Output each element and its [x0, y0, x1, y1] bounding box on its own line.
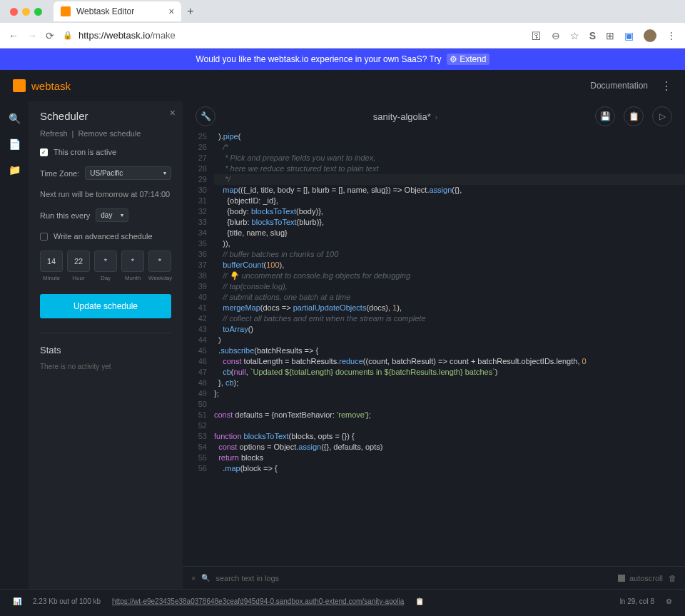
tab-bar: Webtask Editor × +	[0, 0, 685, 23]
size-text: 2.23 Kb out of 100 kb	[33, 597, 101, 605]
browser-chrome: Webtask Editor × + ← → ⟳ 🔒 https://webta…	[0, 0, 685, 49]
file-title[interactable]: sanity-algolia*›	[224, 111, 587, 122]
url-host: https://webtask.io	[78, 30, 150, 41]
close-window[interactable]	[10, 8, 18, 16]
refresh-link[interactable]: Refresh	[40, 129, 68, 138]
browser-tab[interactable]: Webtask Editor ×	[54, 1, 181, 21]
active-checkbox[interactable]: ✓	[40, 148, 48, 156]
advanced-label: Write an advanced schedule	[54, 232, 153, 241]
cron-month[interactable]: *	[121, 251, 144, 272]
tz-label: Time Zone:	[40, 169, 79, 178]
add-file-icon[interactable]: 📄	[9, 138, 21, 150]
tab-title: Webtask Editor	[76, 6, 134, 16]
active-label: This cron is active	[54, 148, 116, 156]
stats-header: Stats	[40, 333, 171, 355]
webtask-url[interactable]: https://wt-e9e23435e38a0378648e3ceafd945…	[112, 597, 404, 605]
logo-icon	[13, 79, 26, 92]
promo-banner: Would you like the webtask.io experience…	[0, 49, 685, 70]
url-field[interactable]: 🔒 https://webtask.io/make	[63, 30, 523, 41]
log-bar: × 🔍 search text in logs autoscroll 🗑	[183, 566, 685, 589]
profile-avatar[interactable]	[644, 29, 656, 42]
cron-labels: Minute Hour Day Month Weekday	[40, 275, 171, 281]
ext-grid-icon[interactable]: ⊞	[606, 30, 614, 41]
zoom-icon[interactable]: ⊖	[552, 30, 560, 41]
star-icon[interactable]: ☆	[570, 30, 579, 41]
address-bar: ← → ⟳ 🔒 https://webtask.io/make ⚿ ⊖ ☆ S …	[0, 23, 685, 49]
reload-button[interactable]: ⟳	[46, 30, 54, 41]
logo[interactable]: webtask	[13, 79, 71, 92]
logo-text: webtask	[31, 80, 71, 92]
cron-day[interactable]: *	[94, 251, 117, 272]
maximize-window[interactable]	[34, 8, 42, 16]
cursor-position: ln 29, col 8	[620, 597, 654, 605]
window-controls	[10, 8, 42, 16]
cron-hour[interactable]: 22	[67, 251, 90, 272]
ext-box-icon[interactable]: ▣	[624, 30, 634, 41]
new-tab-button[interactable]: +	[187, 5, 193, 18]
editor-pane: 🔧 sanity-algolia*› 💾 📋 ▷ 252627282930313…	[183, 101, 685, 589]
code-editor[interactable]: 2526272829303132333435363738394041424344…	[183, 131, 685, 566]
scheduler-panel: × Scheduler Refresh | Remove schedule ✓ …	[29, 101, 183, 589]
settings-button[interactable]: 🔧	[196, 106, 215, 126]
key-icon[interactable]: ⚿	[532, 30, 542, 41]
close-icon[interactable]: ×	[170, 107, 176, 118]
checkbox-icon	[618, 575, 625, 582]
forward-button[interactable]: →	[27, 30, 37, 41]
chevron-down-icon: ▾	[163, 170, 166, 176]
overflow-menu-icon[interactable]: ⋮	[666, 30, 676, 41]
every-label: Run this every	[40, 211, 90, 220]
tz-select[interactable]: US/Pacific ▾	[85, 166, 171, 180]
advanced-checkbox[interactable]	[40, 233, 48, 241]
copy-icon[interactable]: 📋	[415, 597, 424, 605]
search-icon[interactable]: 🔍	[9, 113, 21, 124]
cron-minute[interactable]: 14	[40, 251, 63, 272]
folder-icon[interactable]: 📁	[9, 164, 21, 176]
gear-icon[interactable]: ⚙	[666, 597, 672, 605]
main-area: 🔍 📄 📁 × Scheduler Refresh | Remove sched…	[0, 101, 685, 589]
app-menu-icon[interactable]: ⋮	[661, 79, 672, 93]
documentation-link[interactable]: Documentation	[590, 81, 648, 91]
autoscroll-toggle[interactable]: autoscroll	[618, 574, 663, 582]
cron-inputs: 14 22 * * *	[40, 251, 171, 272]
lock-icon: 🔒	[63, 31, 73, 40]
close-logs-icon[interactable]: ×	[191, 574, 196, 582]
stats-body: There is no activity yet	[40, 363, 171, 370]
ext-s-icon[interactable]: S	[589, 30, 596, 41]
chevron-right-icon: ›	[435, 113, 437, 121]
cron-weekday[interactable]: *	[148, 251, 171, 272]
size-meter-icon: 📊	[13, 597, 21, 605]
every-select[interactable]: day ▾	[96, 208, 128, 222]
editor-header: 🔧 sanity-algolia*› 💾 📋 ▷	[183, 101, 685, 131]
trash-icon[interactable]: 🗑	[669, 574, 676, 582]
minimize-window[interactable]	[22, 8, 30, 16]
url-path: /make	[150, 30, 175, 41]
save-button[interactable]: 💾	[595, 106, 615, 126]
next-run-text: Next run will be tomorrow at 07:14:00	[40, 190, 171, 198]
status-bar: 📊 2.23 Kb out of 100 kb https://wt-e9e23…	[0, 589, 685, 613]
banner-text: Would you like the webtask.io experience…	[196, 54, 441, 64]
search-icon: 🔍	[201, 574, 210, 582]
update-schedule-button[interactable]: Update schedule	[40, 294, 171, 318]
panel-title: Scheduler	[40, 110, 171, 122]
chevron-down-icon: ▾	[121, 212, 123, 218]
remove-schedule-link[interactable]: Remove schedule	[78, 129, 141, 138]
favicon	[61, 6, 71, 16]
app-header: webtask Documentation ⋮	[0, 70, 685, 101]
activity-bar: 🔍 📄 📁	[0, 101, 29, 589]
logs-button[interactable]: 📋	[624, 106, 644, 126]
extend-link[interactable]: ⚙ Extend	[447, 54, 489, 65]
log-search-input[interactable]: search text in logs	[215, 574, 612, 582]
run-button[interactable]: ▷	[652, 106, 672, 126]
tab-close-icon[interactable]: ×	[168, 6, 174, 17]
toolbar-icons: ⚿ ⊖ ☆ S ⊞ ▣ ⋮	[532, 29, 676, 42]
back-button[interactable]: ←	[9, 30, 19, 41]
